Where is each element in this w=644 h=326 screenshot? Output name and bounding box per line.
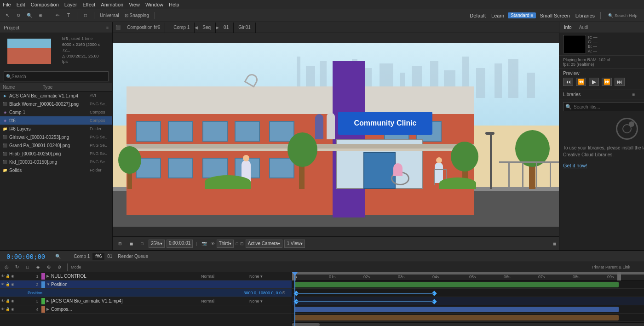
comp-nav-girl01[interactable]: Girl01 [234,23,256,33]
menu-help[interactable]: Help [169,2,179,7]
person-ground-1-head [243,155,249,161]
workspace-standard-active[interactable]: Standard ≡ [508,12,536,18]
menu-composition[interactable]: Composition [31,2,59,7]
layer-row-3[interactable]: 👁 🔒 ◉ 3 ▶ [ACS CAN Bio_animatic V1.1.mp4… [0,297,292,305]
tl-tab-comp1[interactable]: Comp 1 [71,253,92,260]
file-item-6[interactable]: ⬛ Grand Pa_[00001-00240].png PNG Se.. [0,141,112,149]
tl-tab-f6[interactable]: f#6 [92,253,104,260]
libraries-search-input[interactable] [574,104,644,109]
solo-icon-3[interactable]: ◉ [11,299,14,303]
comp-nav-comp1[interactable]: Comp 1 [169,23,195,33]
eye-icon-3[interactable]: 👁 [1,299,5,303]
solo-icon-4[interactable]: ◉ [11,307,14,311]
timeline-search-btn[interactable]: 🔍 [53,252,63,261]
preview-jump-end[interactable]: ⏭ [615,78,625,86]
comp-nav-seq[interactable]: Seq [198,23,216,33]
solo-icon-1[interactable]: ◉ [11,274,14,278]
tl-tool-2[interactable]: ↻ [12,263,22,272]
project-search[interactable]: 🔍 [4,71,109,81]
file-item-5[interactable]: ⬛ Girlswalk_[00001-00253].png PNG Se.. [0,133,112,141]
viewer-prev-btn[interactable]: ◼ [126,239,136,248]
file-item-9[interactable]: 📁 Solids Folder [0,166,112,174]
layer-row-2[interactable]: 👁 🔒 ◉ 2 ▼ Position [0,280,292,289]
tl-tab-01[interactable]: 01 [104,253,115,260]
tl-tool-1[interactable]: ◎ [2,263,11,272]
work-end-marker[interactable] [617,272,621,280]
file-item-2[interactable]: ◈ Comp 1 Compos [0,108,112,116]
search-help-button[interactable]: 🔍 Search Help [604,11,641,20]
nav-arrow-right[interactable]: ▶ [216,23,219,33]
menu-window[interactable]: Window [145,2,163,7]
scrollbar-thumb[interactable] [292,323,320,326]
menu-file[interactable]: File [3,2,11,7]
layer-2-subrow-position[interactable]: Position 3000.0, 10800.0, 0.0 ⏱ [0,289,292,297]
preview-step-back[interactable]: ⏪ [576,78,586,86]
playhead-main[interactable] [294,272,295,326]
selection-tool[interactable]: ↖ [3,11,12,20]
layer-3-expand[interactable]: ▶ [46,299,51,303]
tl-tool-4[interactable]: ◈ [34,263,43,272]
lock-icon-4[interactable]: 🔒 [6,307,10,311]
layer-4-expand[interactable]: ▶ [46,307,51,311]
project-search-input[interactable] [12,74,106,79]
preview-step-fwd[interactable]: ⏩ [602,78,612,86]
layer-1-expand[interactable]: ▶ [46,274,51,278]
layer-row-1[interactable]: 👁 🔒 ◉ 1 ▶ NULL CONTROL Normal None ▾ [0,272,292,280]
lock-icon-2[interactable]: 🔒 [6,282,10,286]
menu-layer[interactable]: Layer [64,2,77,7]
layer-2-expand[interactable]: ▼ [46,282,51,286]
lock-icon-3[interactable]: 🔒 [6,299,10,303]
rotate-tool[interactable]: ↻ [14,11,23,20]
file-item-4[interactable]: 📁 f#6 Layers Folder [0,125,112,133]
timeline-scrollbar[interactable] [292,322,644,326]
tab-audi[interactable]: Audi [577,24,590,31]
viewer-snap-btn[interactable]: ⊞ [115,239,125,248]
layer-row-4[interactable]: 👁 🔒 ◉ 4 ▶ Compos... [0,305,292,314]
menu-view[interactable]: View [129,2,140,7]
pen-tool[interactable]: ✏ [53,11,62,20]
eye-icon-1[interactable]: 👁 [1,274,5,278]
shape-tool[interactable]: □ [81,11,90,20]
menu-edit[interactable]: Edit [17,2,25,7]
tl-tool-3[interactable]: □ [23,263,32,272]
comp-nav-01[interactable]: 01 [219,23,234,33]
tl-tab-render[interactable]: Render Queue [115,253,151,260]
zoom-select[interactable]: 25% ▾ [149,240,165,248]
workspace-default[interactable]: Default [468,13,488,18]
nav-arrow-left[interactable]: ◀ [195,23,198,33]
workspace-libraries[interactable]: Libraries [574,13,597,18]
libraries-menu[interactable]: ≡ [632,92,635,97]
viewer-ram-preview[interactable]: □ [138,239,147,248]
eye-icon-2[interactable]: 👁 [1,282,5,286]
file-item-8[interactable]: ⬛ Kid_[00001-00150].png PNG Se.. [0,158,112,166]
solo-icon-2[interactable]: ◉ [11,282,14,286]
viewer-snapshot[interactable]: 📷 [200,239,209,248]
camera-select[interactable]: Active Camera ▾ [246,240,283,248]
libraries-get-it[interactable]: Get it now! [563,163,587,168]
libraries-search[interactable]: 🔍 [563,102,644,111]
file-item-7[interactable]: ⬛ Hijab_[00001-00250].png PNG Se.. [0,149,112,158]
workspace-small-screen[interactable]: Small Screen [538,13,571,18]
resolution-select[interactable]: Third ▾ [217,240,234,248]
workspace-learn[interactable]: Learn [489,13,506,18]
file-item-1[interactable]: ⬛ Black Women_[00001-00027].png PNG Se.. [0,100,112,108]
tl-tool-5[interactable]: ⊕ [44,263,53,272]
project-menu-icon[interactable]: ≡ [106,25,109,30]
right-panel-tabs: Info Audi [559,22,644,33]
view-select[interactable]: 1 View ▾ [284,240,305,248]
menu-effect[interactable]: Effect [82,2,95,7]
camera-tool[interactable]: ⊕ [36,11,45,20]
preview-play[interactable]: ▶ [589,78,599,86]
file-item-3[interactable]: ◈ f#6 Compos [0,116,112,125]
composition-frame[interactable]: Community Clinic [113,43,559,227]
preview-jump-start[interactable]: ⏮ [563,78,573,86]
position-stopwatch[interactable]: ⏱ [282,291,291,295]
lock-icon-1[interactable]: 🔒 [6,274,10,278]
tab-info[interactable]: Info [562,24,574,31]
zoom-tool[interactable]: 🔍 [25,11,34,20]
menu-animation[interactable]: Animation [101,2,123,7]
tl-tool-6[interactable]: ⊘ [55,263,64,272]
text-tool[interactable]: T [64,11,73,20]
eye-icon-4[interactable]: 👁 [1,307,5,311]
file-item-0[interactable]: ▶ ACS CAN Bio_animatic V1.1.mp4 AVI [0,92,112,100]
